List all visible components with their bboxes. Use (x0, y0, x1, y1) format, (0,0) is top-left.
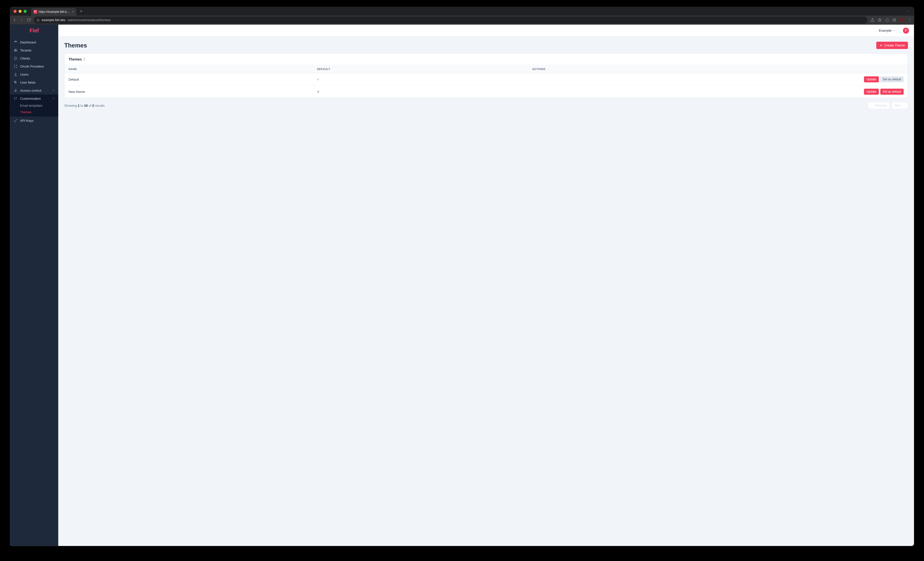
sidebar-item-label: API Keys (20, 119, 33, 123)
sidebar-item-label: Clients (20, 57, 30, 60)
address-bar[interactable]: example.fief.dev/admin/customization/the… (34, 16, 867, 24)
nav-forward-icon[interactable] (20, 18, 24, 22)
update-button[interactable]: Update (864, 88, 879, 94)
sidebar-item-api-keys[interactable]: API Keys (10, 117, 58, 124)
panel-icon[interactable] (892, 18, 896, 22)
topbar: Example F (58, 25, 914, 37)
sidebar-item-users[interactable]: Users (10, 70, 58, 78)
url-host: example.fief.dev (42, 18, 66, 22)
set-default-button[interactable]: Set as default (880, 76, 904, 82)
workspace-switcher[interactable]: Example (879, 28, 896, 32)
sidebar-item-user-fields[interactable]: User fields (10, 78, 58, 86)
main-content: Example F Themes Cre (58, 25, 914, 546)
oauth-icon (14, 64, 18, 68)
table-row: New theme ✕ Update (64, 86, 908, 98)
sidebar-item-label: Access control (20, 88, 41, 92)
workspace-name: Example (879, 28, 892, 32)
sidebar-item-dashboard[interactable]: Dashboard (10, 38, 58, 46)
set-default-button[interactable]: Set as default (880, 88, 904, 94)
extensions-icon[interactable] (885, 18, 889, 22)
sidebar-item-oauth-providers[interactable]: OAuth Providers (10, 62, 58, 70)
svg-point-8 (15, 42, 16, 43)
page-title: Themes (64, 42, 87, 49)
sidebar-item-customization[interactable]: Customization (10, 94, 58, 102)
bookmark-star-icon[interactable] (878, 18, 882, 22)
svg-rect-3 (893, 19, 896, 21)
chevron-down-icon (52, 97, 55, 100)
chevron-down-icon (893, 29, 896, 32)
svg-point-7 (909, 21, 910, 21)
tenants-icon (14, 48, 18, 52)
svg-marker-2 (878, 18, 881, 21)
sidebar-item-label: User fields (20, 81, 35, 84)
svg-rect-10 (16, 65, 17, 66)
sidebar-subitem-themes[interactable]: Themes (10, 109, 58, 116)
pagination: Showing 1 to 10 of 2 results ← Previous (64, 102, 908, 109)
sidebar-item-label: Tenants (20, 48, 32, 52)
sidebar-item-label: Customization (20, 97, 40, 100)
th-name: NAME (64, 65, 313, 74)
window-minimize-icon[interactable] (19, 10, 22, 13)
dashboard-icon (14, 40, 18, 44)
cell-default: ✕ (313, 86, 528, 98)
avatar[interactable]: F (903, 28, 909, 34)
svg-rect-14 (15, 90, 16, 92)
cell-name: New theme (64, 86, 313, 98)
sidebar-item-access-control[interactable]: Access control (10, 86, 58, 94)
tab-close-icon[interactable]: × (72, 10, 74, 14)
create-theme-button[interactable]: Create Theme (876, 42, 908, 49)
svg-point-19 (14, 121, 15, 122)
svg-rect-9 (14, 65, 15, 66)
browser-window: https://example.fief.dev/admin × + examp… (10, 7, 914, 546)
arrow-right-icon: → (902, 104, 905, 107)
create-theme-label: Create Theme (884, 44, 905, 47)
sidebar-item-label: Users (20, 73, 28, 76)
sidebar-subitem-email-templates[interactable]: Email templates (10, 102, 58, 109)
svg-rect-11 (14, 67, 15, 68)
brand-logo[interactable]: Fief (10, 25, 58, 37)
sidebar: Fief Dashboard Tenants (10, 25, 58, 546)
browser-tab[interactable]: https://example.fief.dev/admin × (31, 8, 76, 16)
themes-card: Themes 2 NAME DEFAULT ACTIONS (64, 54, 908, 98)
sidebar-item-tenants[interactable]: Tenants (10, 46, 58, 54)
svg-point-18 (16, 99, 17, 100)
svg-point-17 (14, 99, 15, 100)
window-maximize-icon[interactable] (24, 10, 27, 13)
browser-toolbar: example.fief.dev/admin/customization/the… (10, 16, 914, 25)
cross-icon: ✕ (317, 90, 320, 94)
svg-rect-0 (37, 20, 39, 21)
url-path: /admin/customization/themes/ (68, 18, 111, 22)
tab-title: https://example.fief.dev/admin (39, 10, 70, 14)
window-close-icon[interactable] (14, 10, 16, 13)
themes-count: 2 (83, 57, 86, 61)
themes-table: NAME DEFAULT ACTIONS Default ✓ (64, 65, 908, 98)
window-controls (14, 10, 27, 13)
th-default: DEFAULT (313, 65, 528, 74)
sidebar-item-label: Dashboard (20, 40, 36, 44)
nav-reload-icon[interactable] (27, 18, 31, 22)
nav-back-icon[interactable] (12, 18, 16, 22)
share-icon[interactable] (870, 18, 874, 22)
card-title: Themes 2 (64, 54, 908, 65)
profile-icon[interactable] (900, 18, 904, 22)
lock-icon (37, 19, 40, 22)
browser-menu-icon[interactable] (908, 18, 912, 22)
svg-point-6 (909, 20, 910, 20)
svg-rect-12 (16, 67, 17, 68)
sidebar-item-clients[interactable]: Clients (10, 54, 58, 62)
sidebar-submenu-customization: Email templates Themes (10, 102, 58, 117)
cell-default: ✓ (313, 74, 528, 86)
lock-icon (14, 88, 18, 92)
pagination-next-button[interactable]: Next → (892, 102, 908, 109)
chevron-down-icon (52, 89, 55, 92)
arrow-left-icon: ← (871, 104, 874, 107)
plus-icon (879, 44, 883, 47)
browser-toolbar-right (870, 18, 912, 22)
new-tab-button[interactable]: + (78, 9, 84, 14)
tab-favicon-icon (34, 10, 37, 14)
svg-point-16 (16, 97, 17, 98)
customization-icon (14, 96, 18, 100)
tabs-dropdown-icon[interactable] (905, 10, 912, 13)
pagination-previous-button[interactable]: ← Previous (868, 102, 890, 109)
update-button[interactable]: Update (864, 76, 879, 82)
